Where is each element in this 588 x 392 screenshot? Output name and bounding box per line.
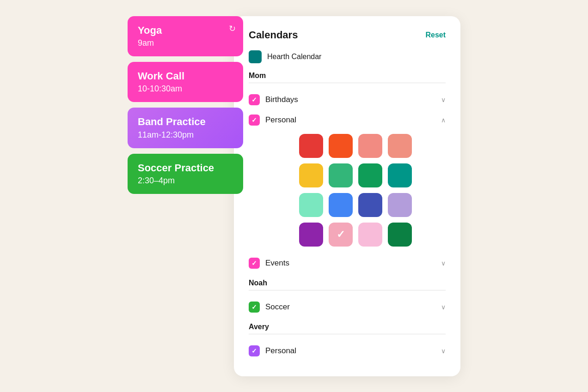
event-card-band-practice[interactable]: Band Practice 11am-12:30pm: [128, 108, 243, 148]
color-swatch-orange[interactable]: [329, 134, 353, 158]
chevron-down-icon-soccer[interactable]: ∨: [441, 303, 446, 311]
color-row-4: ✓: [265, 223, 446, 247]
check-icon-avery-personal: ✓: [251, 347, 257, 355]
calendar-name-birthdays: Birthdays: [265, 95, 298, 104]
panel-header: Calendars Reset: [249, 29, 446, 41]
color-row-1: [265, 134, 446, 158]
event-title-yoga: Yoga: [138, 24, 233, 36]
calendar-row-soccer[interactable]: ✓ Soccer ∨: [249, 297, 446, 317]
event-time-soccer-practice: 2:30–4pm: [138, 176, 233, 186]
color-row-3: [265, 193, 446, 217]
calendar-row-personal[interactable]: ✓ Personal ∧: [249, 110, 446, 130]
color-swatch-teal[interactable]: [388, 163, 412, 187]
chevron-up-icon-personal[interactable]: ∧: [441, 116, 446, 124]
divider-avery: [249, 334, 446, 334]
reset-button[interactable]: Reset: [425, 31, 446, 39]
color-swatch-indigo[interactable]: [358, 193, 382, 217]
color-swatch-mint[interactable]: [329, 163, 353, 187]
calendar-row-avery-personal[interactable]: ✓ Personal ∨: [249, 341, 446, 361]
event-time-yoga: 9am: [138, 38, 233, 48]
color-swatch-green[interactable]: [358, 163, 382, 187]
color-row-2: [265, 163, 446, 187]
main-container: ↻ Yoga 9am Work Call 10-10:30am Band Pra…: [128, 16, 460, 376]
calendar-row-birthdays[interactable]: ✓ Birthdays ∨: [249, 90, 446, 110]
event-card-soccer-practice[interactable]: Soccer Practice 2:30–4pm: [128, 154, 243, 194]
hearth-swatch: [249, 50, 262, 63]
divider-mom: [249, 83, 446, 83]
color-swatch-light-teal[interactable]: [299, 193, 323, 217]
color-picker: ✓: [265, 134, 446, 247]
hearth-label: Hearth Calendar: [267, 53, 321, 61]
checkbox-events[interactable]: ✓: [249, 258, 260, 269]
event-card-work-call[interactable]: Work Call 10-10:30am: [128, 62, 243, 102]
color-swatch-blue[interactable]: [329, 193, 353, 217]
check-icon-events: ✓: [251, 259, 257, 267]
calendar-row-left-avery-personal: ✓ Personal: [249, 345, 296, 356]
chevron-down-icon-avery-personal[interactable]: ∨: [441, 347, 446, 355]
section-header-noah: Noah: [249, 279, 446, 287]
events-panel: ↻ Yoga 9am Work Call 10-10:30am Band Pra…: [128, 16, 243, 194]
color-swatch-lavender[interactable]: [388, 193, 412, 217]
calendars-panel: Calendars Reset Hearth Calendar Mom ✓ Bi…: [234, 16, 460, 376]
event-title-work-call: Work Call: [138, 70, 233, 82]
divider-noah: [249, 290, 446, 290]
color-swatch-hot-pink[interactable]: ✓: [329, 223, 353, 247]
color-swatch-red[interactable]: [299, 134, 323, 158]
check-icon-personal: ✓: [251, 116, 257, 124]
color-swatch-purple[interactable]: [299, 223, 323, 247]
calendar-name-soccer: Soccer: [265, 302, 290, 312]
calendar-row-left-personal: ✓ Personal: [249, 115, 296, 126]
section-header-avery: Avery: [249, 323, 446, 331]
color-swatch-dark-teal[interactable]: [388, 223, 412, 247]
checkbox-avery-personal[interactable]: ✓: [249, 345, 260, 356]
calendar-row-events[interactable]: ✓ Events ∨: [249, 253, 446, 273]
checkbox-soccer[interactable]: ✓: [249, 302, 260, 313]
checkbox-personal[interactable]: ✓: [249, 115, 260, 126]
color-swatch-light-pink[interactable]: [358, 223, 382, 247]
hearth-row: Hearth Calendar: [249, 50, 446, 63]
event-title-band-practice: Band Practice: [138, 116, 233, 128]
color-swatch-salmon[interactable]: [388, 134, 412, 158]
calendar-row-left-soccer: ✓ Soccer: [249, 302, 290, 313]
calendar-name-personal: Personal: [265, 115, 296, 125]
check-icon-birthdays: ✓: [251, 96, 257, 103]
section-header-mom: Mom: [249, 72, 446, 80]
event-title-soccer-practice: Soccer Practice: [138, 162, 233, 174]
refresh-icon[interactable]: ↻: [229, 24, 236, 34]
checkbox-birthdays[interactable]: ✓: [249, 94, 260, 105]
event-card-yoga[interactable]: ↻ Yoga 9am: [128, 16, 243, 56]
event-time-band-practice: 11am-12:30pm: [138, 130, 233, 140]
check-icon-soccer: ✓: [251, 303, 257, 311]
calendar-name-avery-personal: Personal: [265, 346, 296, 356]
event-time-work-call: 10-10:30am: [138, 84, 233, 94]
selected-check-icon: ✓: [337, 229, 345, 241]
calendar-row-left-birthdays: ✓ Birthdays: [249, 94, 298, 105]
color-swatch-yellow[interactable]: [299, 163, 323, 187]
calendar-row-left-events: ✓ Events: [249, 258, 289, 269]
chevron-down-icon-birthdays[interactable]: ∨: [441, 96, 446, 103]
panel-title: Calendars: [249, 29, 298, 41]
chevron-down-icon-events[interactable]: ∨: [441, 259, 446, 267]
calendar-name-events: Events: [265, 259, 289, 268]
color-swatch-pink-red[interactable]: [358, 134, 382, 158]
